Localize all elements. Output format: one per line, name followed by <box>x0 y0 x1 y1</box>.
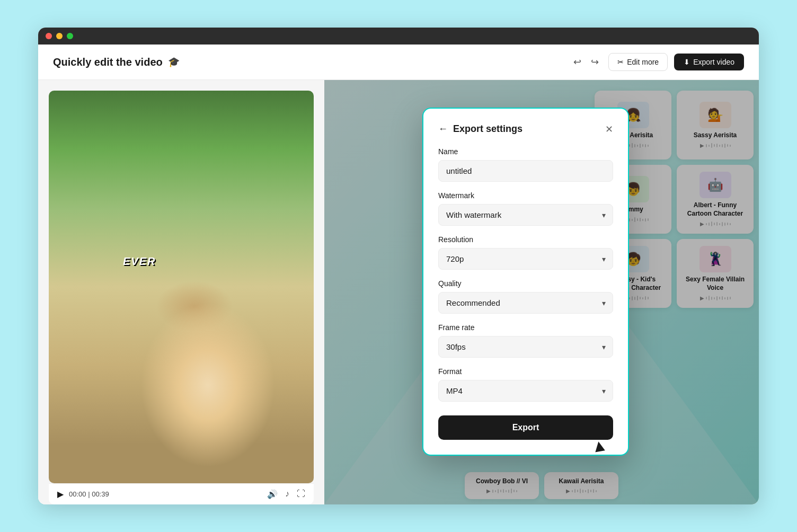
name-form-group: Name <box>438 147 613 182</box>
video-controls: ▶ 00:00 | 00:39 🔊 ♪ ⛶ <box>49 483 314 504</box>
control-icons: 🔊 ♪ ⛶ <box>267 489 305 499</box>
video-overlay-text: EVER <box>123 255 156 268</box>
watermark-select[interactable]: With watermark Without watermark <box>438 204 613 226</box>
main-content: Quickly edit the video 🎓 ↩ ↪ ✂ Edit more… <box>38 45 759 504</box>
format-select-wrapper: MP4 MOV AVI GIF ▾ <box>438 380 613 402</box>
name-input[interactable] <box>438 160 613 182</box>
download-icon: ⬇ <box>684 58 690 66</box>
graduation-cap-icon: 🎓 <box>168 56 180 68</box>
header: Quickly edit the video 🎓 ↩ ↪ ✂ Edit more… <box>38 45 759 80</box>
play-button[interactable]: ▶ <box>57 489 64 499</box>
modal-header-left: ← Export settings <box>438 123 523 135</box>
body-area: EVER ▶ 00:00 | 00:39 🔊 ♪ ⛶ <box>38 80 759 504</box>
page-title: Quickly edit the video <box>53 56 163 68</box>
export-button[interactable]: Export <box>438 415 613 440</box>
format-label: Format <box>438 367 613 376</box>
modal-back-button[interactable]: ← <box>438 123 448 135</box>
right-panel: 🎤 👧 Little Aerisita ▶ 💁 <box>324 80 759 504</box>
framerate-select-wrapper: 24fps 30fps 60fps ▾ <box>438 336 613 358</box>
cursor-arrow: ▲ <box>589 435 609 457</box>
undo-button[interactable]: ↩ <box>570 54 585 70</box>
resolution-label: Resolution <box>438 235 613 244</box>
header-right: ↩ ↪ ✂ Edit more ⬇ Export video <box>570 53 744 71</box>
format-form-group: Format MP4 MOV AVI GIF ▾ <box>438 367 613 402</box>
modal-header: ← Export settings ✕ <box>438 123 613 135</box>
format-select[interactable]: MP4 MOV AVI GIF <box>438 380 613 402</box>
tiktok-icon[interactable]: ♪ <box>285 489 289 499</box>
watermark-form-group: Watermark With watermark Without waterma… <box>438 191 613 226</box>
framerate-form-group: Frame rate 24fps 30fps 60fps ▾ <box>438 323 613 358</box>
export-button-wrapper: Export ▲ <box>438 411 613 440</box>
framerate-label: Frame rate <box>438 323 613 332</box>
video-container: EVER <box>49 91 314 483</box>
export-settings-modal: ← Export settings ✕ Name Waterma <box>422 108 629 456</box>
traffic-light-red[interactable] <box>46 33 52 39</box>
window-top-bar <box>38 28 759 45</box>
export-video-button[interactable]: ⬇ Export video <box>674 54 744 70</box>
redo-button[interactable]: ↪ <box>588 54 602 70</box>
scissors-icon: ✂ <box>617 58 624 66</box>
traffic-light-yellow[interactable] <box>56 33 63 39</box>
name-label: Name <box>438 147 613 156</box>
app-window: Quickly edit the video 🎓 ↩ ↪ ✂ Edit more… <box>38 28 759 504</box>
export-video-label: Export video <box>693 58 734 66</box>
undo-redo-group: ↩ ↪ <box>570 54 602 70</box>
resolution-select-wrapper: 360p 480p 720p 1080p ▾ <box>438 248 613 270</box>
edit-more-button[interactable]: ✂ Edit more <box>608 53 668 71</box>
modal-overlay: ← Export settings ✕ Name Waterma <box>324 80 759 504</box>
video-panel: EVER ▶ 00:00 | 00:39 🔊 ♪ ⛶ <box>38 80 324 504</box>
framerate-select[interactable]: 24fps 30fps 60fps <box>438 336 613 358</box>
quality-select-wrapper: Low Medium Recommended High ▾ <box>438 292 613 314</box>
watermark-select-wrapper: With watermark Without watermark ▾ <box>438 204 613 226</box>
edit-more-label: Edit more <box>627 58 659 66</box>
traffic-light-green[interactable] <box>67 33 73 39</box>
quality-label: Quality <box>438 279 613 288</box>
header-left: Quickly edit the video 🎓 <box>53 56 180 68</box>
watermark-label: Watermark <box>438 191 613 200</box>
video-placeholder: EVER <box>49 91 314 483</box>
modal-close-button[interactable]: ✕ <box>605 125 613 134</box>
volume-icon[interactable]: 🔊 <box>267 489 278 499</box>
resolution-form-group: Resolution 360p 480p 720p 1080p ▾ <box>438 235 613 270</box>
resolution-select[interactable]: 360p 480p 720p 1080p <box>438 248 613 270</box>
time-display: 00:00 | 00:39 <box>69 490 109 498</box>
fullscreen-icon[interactable]: ⛶ <box>297 489 305 499</box>
quality-form-group: Quality Low Medium Recommended High ▾ <box>438 279 613 314</box>
quality-select[interactable]: Low Medium Recommended High <box>438 292 613 314</box>
modal-title: Export settings <box>453 123 523 135</box>
